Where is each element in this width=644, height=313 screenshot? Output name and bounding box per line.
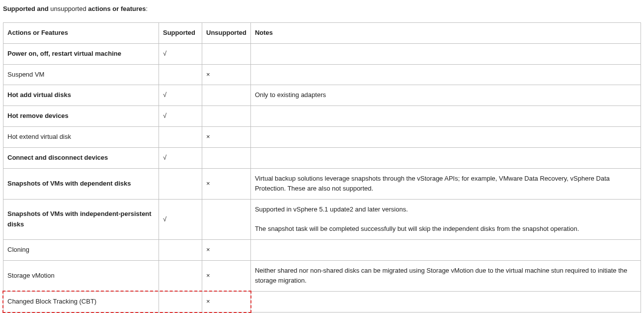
cell-notes: Neither shared nor non-shared disks can … (250, 260, 641, 292)
table-row: Storage vMotion×Neither shared nor non-s… (3, 260, 641, 292)
cell-notes (250, 292, 641, 313)
cell-notes (250, 126, 641, 147)
cell-supported: √ (159, 147, 202, 168)
cell-action: Suspend VM (3, 64, 159, 85)
cell-action: Cloning (3, 239, 159, 260)
heading-part3: actions or features (88, 5, 146, 12)
col-header-actions: Actions or Features (3, 23, 159, 44)
cell-supported (159, 239, 202, 260)
cell-action: Snapshots of VMs with independent-persis… (3, 200, 159, 240)
table-row: Hot remove devices√ (3, 106, 641, 127)
cell-supported: √ (159, 43, 202, 64)
cell-notes (250, 239, 641, 260)
col-header-notes: Notes (250, 23, 641, 44)
cell-notes (250, 64, 641, 85)
table-row: Changed Block Tracking (CBT)× (3, 292, 641, 313)
cell-unsupported: × (202, 126, 251, 147)
table-row: Power on, off, restart virtual machine√ (3, 43, 641, 64)
features-table: Actions or Features Supported Unsupporte… (3, 22, 641, 313)
cell-supported: √ (159, 200, 202, 240)
cell-notes: Virtual backup solutions leverage snapsh… (250, 168, 641, 200)
heading-part2: unsupported (50, 5, 88, 12)
cell-supported (159, 260, 202, 292)
cell-supported (159, 64, 202, 85)
table-body: Power on, off, restart virtual machine√S… (3, 43, 641, 313)
cell-notes (250, 106, 641, 127)
cell-notes: Supported in vSphere 5.1 update2 and lat… (250, 200, 641, 240)
cell-action: Hot remove devices (3, 106, 159, 127)
cell-supported: √ (159, 85, 202, 106)
table-row: Connect and disconnect devices√ (3, 147, 641, 168)
cell-action: Changed Block Tracking (CBT) (3, 292, 159, 313)
table-wrap: Actions or Features Supported Unsupporte… (3, 22, 641, 313)
cell-notes: Only to existing adapters (250, 85, 641, 106)
cell-unsupported (202, 43, 251, 64)
table-header-row: Actions or Features Supported Unsupporte… (3, 23, 641, 44)
cell-notes (250, 43, 641, 64)
cell-unsupported: × (202, 64, 251, 85)
cell-action: Hot extend virtual disk (3, 126, 159, 147)
col-header-supported: Supported (159, 23, 202, 44)
cell-action: Storage vMotion (3, 260, 159, 292)
table-row: Cloning× (3, 239, 641, 260)
table-row: Snapshots of VMs with dependent disks×Vi… (3, 168, 641, 200)
cell-unsupported: × (202, 260, 251, 292)
cell-unsupported (202, 200, 251, 240)
table-row: Suspend VM× (3, 64, 641, 85)
table-row: Hot extend virtual disk× (3, 126, 641, 147)
heading-part4: : (146, 5, 148, 12)
cell-supported (159, 126, 202, 147)
cell-unsupported: × (202, 168, 251, 200)
table-row: Hot add virtual disks√Only to existing a… (3, 85, 641, 106)
cell-unsupported: × (202, 239, 251, 260)
col-header-unsupported: Unsupported (202, 23, 251, 44)
table-row: Snapshots of VMs with independent-persis… (3, 200, 641, 240)
cell-action: Snapshots of VMs with dependent disks (3, 168, 159, 200)
cell-notes (250, 147, 641, 168)
cell-unsupported (202, 147, 251, 168)
cell-unsupported (202, 85, 251, 106)
section-heading: Supported and unsupported actions or fea… (3, 5, 641, 12)
cell-action: Power on, off, restart virtual machine (3, 43, 159, 64)
cell-supported (159, 168, 202, 200)
cell-unsupported (202, 106, 251, 127)
cell-action: Connect and disconnect devices (3, 147, 159, 168)
cell-supported (159, 292, 202, 313)
heading-part1: Supported and (3, 5, 50, 12)
cell-action: Hot add virtual disks (3, 85, 159, 106)
cell-unsupported: × (202, 292, 251, 313)
cell-supported: √ (159, 106, 202, 127)
